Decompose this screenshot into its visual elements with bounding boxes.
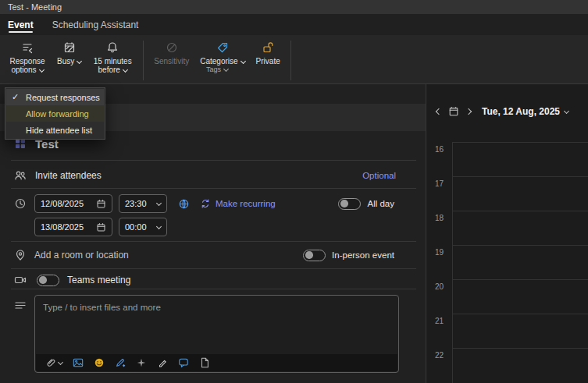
- chevron-down-icon: [564, 108, 569, 113]
- time-grid-row[interactable]: [452, 211, 588, 245]
- reminder-dropdown[interactable]: 15 minutes before: [87, 39, 138, 82]
- start-date-field[interactable]: 12/08/2025: [34, 194, 112, 213]
- sensitivity-icon: [166, 41, 178, 55]
- categorise-dropdown[interactable]: Categorise: [194, 39, 250, 67]
- tab-scheduling-assistant[interactable]: Scheduling Assistant: [52, 14, 139, 35]
- menu-item-request-responses[interactable]: ✓ Request responses: [6, 89, 104, 105]
- divider: [11, 188, 416, 189]
- insert-document-button[interactable]: [199, 357, 210, 368]
- calendar-date-dropdown[interactable]: Tue, 12 Aug, 2025: [482, 106, 568, 117]
- people-icon: [14, 169, 27, 182]
- location-field[interactable]: Add a room or location: [34, 250, 129, 261]
- menu-item-hide-attendee-list[interactable]: Hide attendee list: [6, 122, 104, 138]
- tags-group-label[interactable]: Tags: [206, 66, 228, 73]
- time-grid-row[interactable]: [452, 279, 588, 314]
- tags-group: Sensitivity Categorise Private Tags: [148, 39, 286, 82]
- smiley-icon: [94, 357, 105, 368]
- make-recurring-button[interactable]: Make recurring: [200, 198, 276, 209]
- time-grid-row[interactable]: [452, 176, 588, 211]
- window-titlebar: Test - Meeting: [0, 0, 588, 14]
- time-grid-row[interactable]: [452, 142, 588, 176]
- end-time-dropdown[interactable]: 00:00: [119, 218, 167, 236]
- event-body-editor[interactable]: Type / to insert files and more: [34, 295, 399, 373]
- calendar-header: Tue, 12 Aug, 2025: [426, 101, 588, 122]
- chevron-down-icon: [156, 200, 162, 205]
- response-options-button[interactable]: Response options: [3, 39, 52, 82]
- body-placeholder: Type / to insert files and more: [43, 303, 161, 312]
- reminder-bell-icon: [106, 41, 119, 55]
- categorise-tag-icon: [216, 41, 229, 55]
- all-day-toggle[interactable]: [338, 198, 361, 210]
- divider: [11, 289, 416, 289]
- chevron-right-icon: [465, 108, 472, 115]
- ribbon: Response options Busy 15 minutes before …: [0, 35, 588, 84]
- teams-meeting-row: Teams meeting: [14, 271, 130, 289]
- location-row: Add a room or location In-person event: [14, 246, 394, 264]
- timezone-globe-icon[interactable]: [178, 198, 190, 210]
- ribbon-separator: [143, 41, 144, 80]
- chevron-down-icon: [123, 67, 128, 73]
- divider: [11, 268, 416, 269]
- start-time-dropdown[interactable]: 23:30: [119, 194, 167, 213]
- response-options-icon: [21, 41, 34, 55]
- hour-label: 22: [435, 351, 444, 360]
- ink-pen-icon: [115, 357, 126, 368]
- tab-event[interactable]: Event: [8, 14, 34, 35]
- show-as-busy-dropdown[interactable]: Busy: [52, 39, 87, 82]
- hour-label: 16: [435, 145, 444, 154]
- loop-icon: [178, 357, 189, 368]
- video-camera-icon: [14, 274, 27, 286]
- optional-attendees-button[interactable]: Optional: [362, 171, 396, 180]
- chevron-down-icon: [39, 67, 45, 73]
- location-pin-icon: [14, 249, 27, 261]
- attach-file-button[interactable]: [45, 357, 62, 368]
- busy-icon: [63, 41, 76, 55]
- calendar-next-day-button[interactable]: [466, 109, 471, 114]
- calendar-preview-panel: Tue, 12 Aug, 2025 16 17 18 19 20 21 22: [426, 84, 588, 383]
- hour-label: 18: [435, 214, 444, 222]
- sparkle-button[interactable]: [136, 357, 147, 368]
- sensitivity-button: Sensitivity: [148, 39, 194, 67]
- start-datetime-row: 12/08/2025 23:30 Make recurring All day: [14, 194, 394, 213]
- end-date-field[interactable]: 13/08/2025: [34, 218, 112, 236]
- marker-pen-button[interactable]: [157, 357, 168, 368]
- recurrence-icon: [200, 198, 211, 209]
- loop-component-button[interactable]: [178, 357, 189, 368]
- chevron-down-icon: [241, 59, 246, 64]
- window-title: Test - Meeting: [8, 2, 62, 12]
- calendar-prev-day-button[interactable]: [437, 109, 441, 114]
- all-day-label: All day: [367, 199, 394, 208]
- time-grid-row[interactable]: [452, 245, 588, 279]
- teams-meeting-toggle[interactable]: [37, 275, 59, 286]
- emoji-button[interactable]: [94, 357, 105, 368]
- marker-pen-icon: [157, 357, 168, 368]
- insert-image-button[interactable]: [73, 357, 84, 368]
- calendar-day-icon[interactable]: [448, 106, 459, 117]
- calendar-picker-icon: [96, 199, 106, 209]
- time-grid-row[interactable]: [452, 314, 588, 348]
- tab-bar: Event Scheduling Assistant: [0, 14, 588, 35]
- hour-label: 20: [435, 282, 444, 291]
- hour-label: 21: [435, 317, 444, 325]
- in-person-event-label: In-person event: [332, 250, 394, 260]
- chevron-left-icon: [436, 108, 442, 115]
- in-person-event-toggle[interactable]: [303, 250, 326, 261]
- calendar-time-grid[interactable]: 16 17 18 19 20 21 22: [426, 136, 588, 383]
- response-options-menu: ✓ Request responses Allow forwarding Hid…: [5, 87, 105, 140]
- check-icon: ✓: [12, 92, 20, 102]
- ink-pen-button[interactable]: [115, 357, 126, 368]
- divider: [11, 241, 416, 242]
- image-icon: [73, 357, 84, 368]
- chevron-down-icon: [77, 59, 82, 64]
- private-button[interactable]: Private: [251, 39, 286, 67]
- chevron-down-icon: [156, 223, 162, 229]
- menu-item-allow-forwarding[interactable]: Allow forwarding: [6, 105, 104, 122]
- private-lock-icon: [262, 41, 274, 55]
- time-grid-row[interactable]: [452, 348, 588, 382]
- hour-label: 17: [435, 179, 444, 188]
- invite-attendees-row: Invite attendees Optional: [14, 166, 396, 185]
- ribbon-separator: [290, 41, 291, 80]
- sparkle-icon: [136, 357, 147, 368]
- invite-attendees-field[interactable]: Invite attendees: [35, 170, 102, 181]
- chevron-down-icon: [223, 66, 229, 71]
